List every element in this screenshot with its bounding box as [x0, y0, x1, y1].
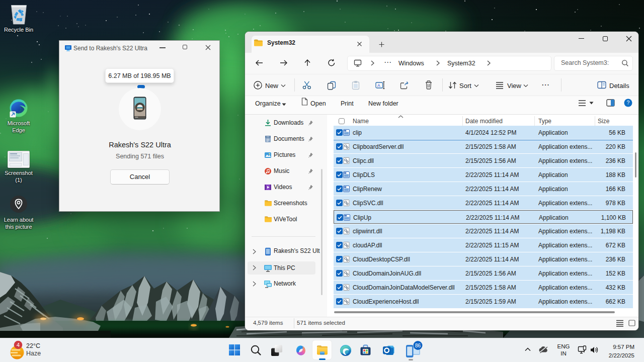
svg-text:86: 86 — [415, 343, 421, 348]
svg-text:A: A — [377, 83, 380, 88]
svg-text:?: ? — [627, 100, 630, 106]
svg-text:4: 4 — [17, 342, 20, 348]
